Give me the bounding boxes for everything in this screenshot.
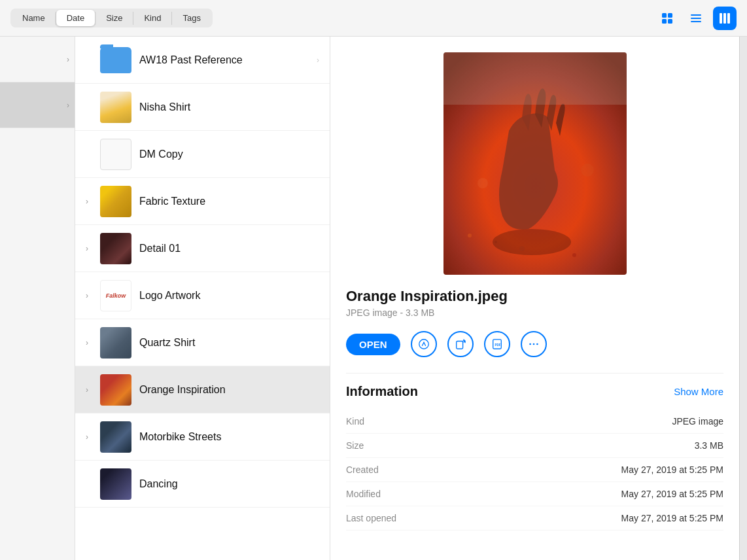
grid-icon (661, 12, 674, 25)
file-item-detail[interactable]: › Detail 01 (75, 225, 330, 272)
info-label-lastopened: Last opened (346, 513, 396, 523)
file-item-quartz[interactable]: › Quartz Shirt (75, 319, 330, 366)
sort-kind-button[interactable]: Kind (133, 10, 171, 26)
info-value-lastopened: May 27, 2019 at 5:25 PM (621, 513, 723, 523)
file-list: AW18 Past Reference › Nisha Shirt DM Cop… (75, 37, 330, 560)
info-value-size: 3.3 MB (695, 440, 723, 451)
file-name-logo: Logo Artwork (139, 290, 200, 302)
right-scrollbar-panel (739, 37, 747, 560)
pdf-icon: PDF (491, 338, 503, 350)
chevron-left-orange: › (86, 385, 95, 394)
file-item-dancing[interactable]: Dancing (75, 461, 330, 508)
pdf-action-button[interactable]: PDF (484, 331, 510, 357)
preview-image-container (443, 52, 627, 275)
columns-icon (718, 12, 731, 25)
info-section: Information Show More Kind JPEG image Si… (346, 373, 723, 531)
svg-point-16 (478, 178, 488, 188)
detail-meta: JPEG image - 3.3 MB (346, 307, 723, 318)
preview-image-svg (443, 52, 627, 275)
draw-icon (418, 338, 430, 350)
info-value-modified: May 27, 2019 at 5:25 PM (621, 489, 723, 499)
toolbar: Name Date Size Kind Tags (0, 0, 747, 37)
view-columns-button[interactable] (713, 7, 737, 30)
show-more-button[interactable]: Show More (674, 386, 723, 397)
more-icon (528, 338, 540, 350)
file-name-aw18: AW18 Past Reference (139, 54, 243, 66)
info-header: Information Show More (346, 384, 723, 399)
svg-point-17 (581, 164, 594, 177)
left-sidebar: › › (0, 37, 75, 560)
file-name-orange: Orange Inspiration (139, 384, 226, 396)
sort-size-button[interactable]: Size (96, 10, 133, 26)
file-item-orange[interactable]: › Orange Inspiration (75, 366, 330, 413)
svg-rect-2 (662, 19, 667, 24)
view-grid-button[interactable] (655, 7, 679, 30)
sort-button-group: Name Date Size Kind Tags (10, 9, 213, 27)
svg-rect-6 (691, 21, 701, 22)
file-thumb-detail (100, 233, 131, 264)
info-label-size: Size (346, 440, 364, 451)
file-item-motorbike[interactable]: › Motorbike Streets (75, 413, 330, 461)
svg-rect-3 (668, 19, 672, 24)
svg-rect-4 (691, 14, 701, 16)
info-row-modified: Modified May 27, 2019 at 5:25 PM (346, 482, 723, 506)
info-label-created: Created (346, 464, 379, 475)
svg-point-15 (493, 229, 571, 255)
file-thumb-logo: Falkow (100, 280, 131, 311)
svg-point-11 (468, 234, 472, 237)
info-row-size: Size 3.3 MB (346, 434, 723, 458)
svg-rect-9 (727, 13, 730, 24)
chevron-left-detail: › (86, 244, 95, 253)
file-thumb-orange (100, 374, 131, 406)
draw-action-button[interactable] (411, 331, 437, 357)
sort-date-button[interactable]: Date (56, 10, 95, 26)
open-button[interactable]: OPEN (346, 334, 400, 355)
svg-point-24 (529, 343, 531, 345)
more-action-button[interactable] (521, 331, 547, 357)
sidebar-item-2[interactable]: › (0, 82, 75, 128)
info-value-created: May 27, 2019 at 5:25 PM (621, 464, 723, 475)
file-item-dm[interactable]: DM Copy (75, 131, 330, 178)
info-value-kind: JPEG image (672, 416, 723, 427)
sort-name-button[interactable]: Name (12, 10, 56, 26)
file-name-dancing: Dancing (139, 478, 178, 490)
sidebar-item-1[interactable]: › (0, 37, 75, 82)
logo-text: Falkow (106, 292, 126, 299)
view-button-group (655, 7, 737, 30)
file-name-detail: Detail 01 (139, 243, 181, 254)
file-thumb-fabric (100, 186, 131, 217)
info-title: Information (346, 384, 418, 399)
file-thumb-nisha (100, 92, 131, 123)
svg-point-25 (532, 343, 534, 345)
detail-panel: Orange Inspiration.jpeg JPEG image - 3.3… (330, 37, 739, 560)
info-label-modified: Modified (346, 489, 381, 499)
share-icon (455, 338, 466, 350)
chevron-left-quartz: › (86, 338, 95, 347)
list-icon (689, 12, 703, 25)
file-item-logo[interactable]: › Falkow Logo Artwork (75, 272, 330, 319)
svg-rect-1 (668, 13, 672, 18)
sort-tags-button[interactable]: Tags (172, 10, 211, 26)
main-content: › › AW18 Past Reference › Nisha Shirt (0, 37, 747, 560)
svg-point-14 (572, 253, 576, 257)
action-row: OPEN PDF (346, 331, 723, 357)
file-item-nisha[interactable]: Nisha Shirt (75, 84, 330, 131)
file-item-fabric[interactable]: › Fabric Texture (75, 178, 330, 225)
file-name-dm: DM Copy (139, 149, 183, 160)
view-list-button[interactable] (684, 7, 708, 30)
file-name-motorbike: Motorbike Streets (139, 431, 221, 443)
svg-rect-5 (691, 18, 701, 19)
file-item-aw18[interactable]: AW18 Past Reference › (75, 37, 330, 84)
svg-text:PDF: PDF (495, 343, 500, 347)
share-action-button[interactable] (447, 331, 474, 357)
file-thumb-dancing (100, 468, 131, 500)
svg-point-20 (419, 340, 428, 349)
file-name-quartz: Quartz Shirt (139, 337, 195, 349)
svg-rect-7 (720, 13, 722, 24)
file-thumb-motorbike (100, 421, 131, 453)
svg-rect-19 (443, 52, 627, 105)
svg-rect-0 (662, 13, 667, 18)
sidebar-chevron-1: › (67, 55, 69, 64)
chevron-left-logo: › (86, 291, 95, 300)
file-thumb-quartz (100, 327, 131, 359)
